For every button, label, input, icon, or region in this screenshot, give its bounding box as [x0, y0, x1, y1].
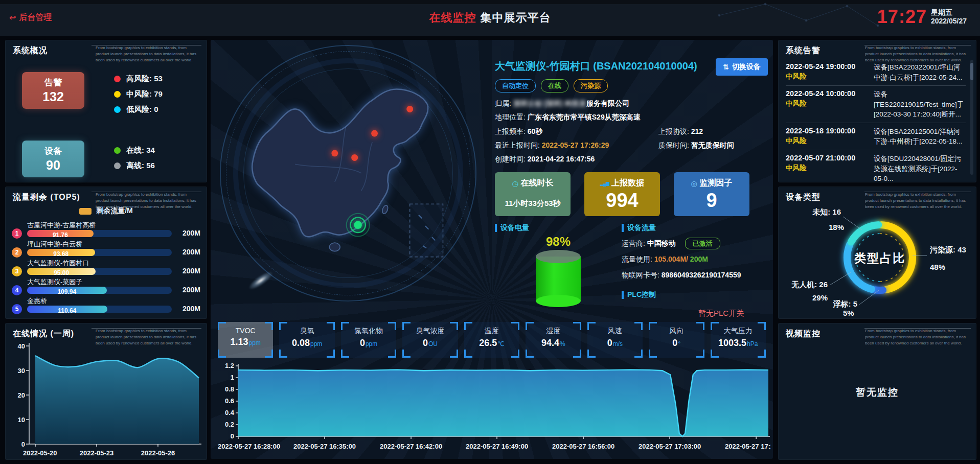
- legend-label: 高风险: 53: [126, 74, 163, 84]
- alarm-summary-box: 告警 132: [22, 72, 84, 109]
- taiwan-island: [381, 204, 389, 214]
- svg-text:2022-05-27 16:42:00: 2022-05-27 16:42:00: [380, 443, 442, 450]
- alarm-row[interactable]: 2022-05-24 10:00:00中风险设备[TES220219015/Te…: [786, 86, 966, 123]
- risk-legend: 高风险: 53中风险: 79低风险: 0: [114, 74, 163, 114]
- traffic-bar-track: 109.94: [27, 287, 172, 294]
- alarm-description: 设备[TES220219015/Test_time]于[2022-03-30 1…: [874, 89, 966, 120]
- switch-device-button[interactable]: ⇅ 切换设备: [716, 58, 768, 76]
- donut-segment-percent: 29%: [812, 293, 828, 302]
- traffic-bar-fill: 110.64: [27, 306, 107, 313]
- device-marker[interactable]: [351, 154, 358, 161]
- device-marker[interactable]: [331, 150, 338, 156]
- sensor-unit: °: [678, 340, 680, 347]
- sensor-value: 1003.5: [718, 338, 746, 348]
- alarm-row[interactable]: 2022-05-07 21:00:00中风险设备[SDU220428001/固定…: [786, 150, 966, 188]
- panel-note: From bootstrap graphics to exhibition st…: [865, 328, 970, 346]
- clock-time: 17:27: [877, 6, 927, 28]
- donut-segment-percent: 18%: [829, 223, 844, 231]
- traffic-value: 95.00: [54, 269, 69, 276]
- traffic-title: 流量剩余 (TOP5): [13, 192, 80, 203]
- stat-card-label: 上报数据: [611, 178, 644, 189]
- plc-empty-text: 暂无PLC开关: [698, 309, 768, 318]
- rank-badge: 5: [12, 304, 22, 314]
- traffic-row: 金惠桥5110.64200M: [11, 296, 201, 315]
- alarm-row[interactable]: 2022-05-18 19:00:00中风险设备[BSA220125001/洋纳…: [786, 123, 966, 150]
- sensor-value: 26.5: [479, 338, 497, 348]
- legend-dot-icon: [114, 91, 121, 98]
- report-timeseries-chart: 00.20.40.60.811.22022-05-27 16:28:002022…: [215, 361, 771, 457]
- device-marker[interactable]: [371, 130, 378, 136]
- alarm-description: 设备[BSA220322001/坪山河中游-白云桥]于[2022-05-24..…: [874, 62, 966, 82]
- sensor-card[interactable]: 风速0m/s: [587, 322, 643, 358]
- owner-redacted: 深圳云创 (深圳) 科技发: [513, 99, 586, 107]
- battery-cylinder: [536, 250, 581, 307]
- china-map: [246, 73, 467, 278]
- stat-card: ◎监测因子9: [674, 172, 749, 216]
- legend-dot-icon: [114, 147, 121, 154]
- alarm-scrollbar-thumb[interactable]: [970, 63, 973, 80]
- traffic-row-name: 大气监测仪-菜园子: [27, 277, 82, 287]
- online-week-panel: 在线情况 (一周) From bootstrap graphics to exh…: [5, 323, 207, 460]
- sensor-card[interactable]: 大气压力1003.5hPa: [711, 322, 766, 358]
- sensor-card[interactable]: 氮氧化物0ppm: [341, 322, 396, 358]
- traffic-value: 91.76: [53, 231, 68, 239]
- sensor-card[interactable]: TVOC1.13ppm: [218, 322, 273, 358]
- stat-card: ▂▄▆上报数据994: [584, 172, 660, 216]
- sensor-card[interactable]: 风向0°: [649, 322, 704, 358]
- plc-section-label: PLC控制: [627, 290, 656, 299]
- svg-text:30: 30: [18, 367, 25, 375]
- section-bar-icon: [495, 224, 497, 232]
- sensor-name: 温度: [464, 327, 519, 336]
- alarm-level-badge: 中风险: [786, 72, 869, 81]
- china-outline: [252, 89, 428, 237]
- section-bar-icon: [622, 224, 624, 232]
- svg-text:0.2: 0.2: [225, 421, 234, 428]
- sensor-value: 0: [672, 338, 677, 348]
- traffic-value: 109.94: [57, 288, 76, 295]
- svg-text:2022-05-20: 2022-05-20: [23, 449, 57, 457]
- clock-block: 17:27 星期五 2022/05/27: [877, 6, 967, 28]
- legend-item: 离线: 56: [114, 161, 155, 171]
- alarm-row[interactable]: 2022-05-24 19:00:00中风险设备[BSA220322001/坪山…: [786, 59, 966, 86]
- carrier-row: 运营商: 中国移动 已激活: [622, 239, 768, 248]
- traffic-max: 200M: [183, 229, 200, 237]
- section-bar-icon: [622, 291, 624, 299]
- sensor-card[interactable]: 温度26.5℃: [464, 322, 519, 358]
- traffic-row: 坪山河中游-白云桥293.68200M: [11, 240, 201, 259]
- svg-text:2022-05-26: 2022-05-26: [141, 449, 175, 457]
- device-marker[interactable]: [406, 106, 413, 112]
- stat-card-value: 994: [584, 190, 660, 212]
- device-summary-box: 设备 90: [22, 141, 84, 177]
- donut-center-label: 类型占比: [854, 251, 905, 265]
- rank-badge: 1: [12, 228, 22, 239]
- traffic-value: 93.68: [53, 250, 69, 258]
- system-alarm-panel: 系统告警 From bootstrap graphics to exhibiti…: [778, 40, 976, 182]
- device-count: 90: [22, 158, 84, 173]
- svg-text:0: 0: [231, 432, 234, 440]
- alarms-title: 系统告警: [786, 45, 821, 56]
- svg-text:1: 1: [231, 374, 234, 381]
- alarm-level-badge: 中风险: [786, 164, 869, 173]
- sim-section-label: 设备流量: [627, 223, 656, 233]
- selected-device-marker[interactable]: [354, 221, 362, 229]
- stat-card-label: 在线时长: [521, 178, 554, 189]
- donut-segment-label: 污染源: 43: [929, 245, 966, 254]
- sensor-card[interactable]: 臭气浓度0OU: [402, 322, 458, 358]
- sensor-card[interactable]: 臭氧0.08ppm: [279, 322, 334, 358]
- sensor-card[interactable]: 湿度94.4%: [526, 322, 581, 358]
- alarm-scrollbar[interactable]: [970, 60, 973, 175]
- traffic-list: 古屋河中游-古屋村高桥191.76200M坪山河中游-白云桥293.68200M…: [11, 221, 201, 315]
- device-fields: 归属: 深圳云创 (深圳) 科技发服务有限公司 地理位置: 广东省东莞市常平镇S…: [495, 97, 768, 166]
- sensor-name: 氮氧化物: [341, 327, 396, 336]
- traffic-legend-label: 剩余流量/M: [96, 206, 133, 216]
- svg-text:0.4: 0.4: [225, 409, 235, 416]
- last-warranty-row: 最近上报时间: 2022-05-27 17:26:29 质保时间: 暂无质保时间: [495, 138, 768, 152]
- device-tag-row: 自动定位在线污染源: [495, 79, 768, 92]
- location-field: 地理位置: 广东省东莞市常平镇S29从莞深高速: [495, 110, 768, 124]
- clock-icon: ◷: [512, 179, 518, 188]
- traffic-bar-track: 110.64: [27, 306, 172, 313]
- page-title-rest: 集中展示平台: [481, 11, 551, 24]
- alarm-description: 设备[BSA220125001/洋纳河下游-中州桥]于[2022-05-18..…: [874, 127, 966, 147]
- freq-proto-row: 上报频率: 60秒 上报协议: 212: [495, 125, 768, 138]
- alarm-level-badge: 中风险: [786, 99, 869, 108]
